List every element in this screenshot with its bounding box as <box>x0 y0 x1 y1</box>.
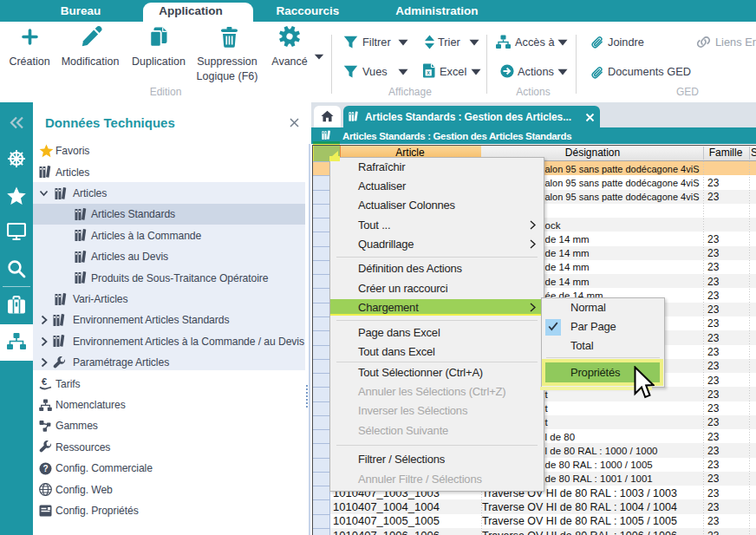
svg-text:x: x <box>427 69 430 75</box>
svg-text:?: ? <box>42 464 48 473</box>
svg-text:€: € <box>42 377 47 387</box>
